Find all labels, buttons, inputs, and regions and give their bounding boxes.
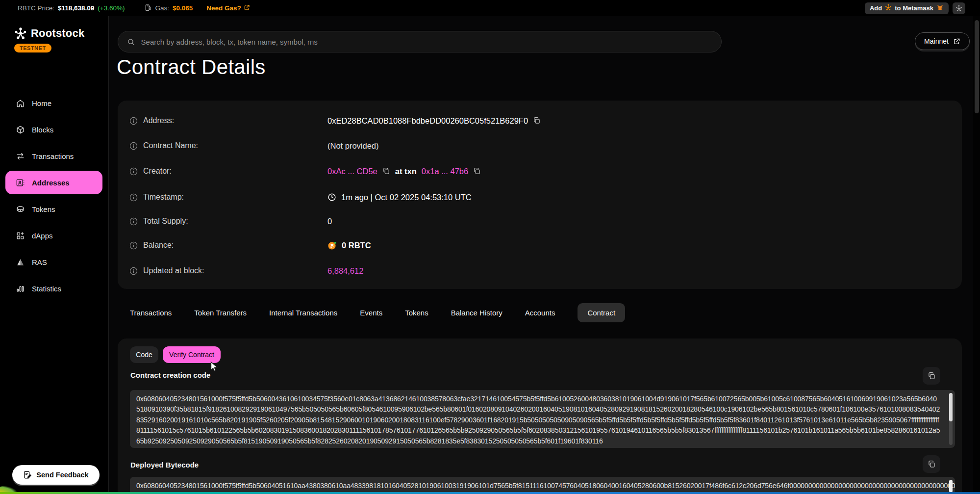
creation-code-box[interactable]: 0x608060405234801561000f575f5ffd5b506004… <box>130 390 955 448</box>
code-subtab-button[interactable]: Code <box>130 346 158 363</box>
info-icon <box>129 241 138 250</box>
creation-code-scrollbar[interactable] <box>949 393 953 445</box>
network-switch-button[interactable]: Mainnet <box>915 32 970 50</box>
creator-at-txn-text: at txn <box>395 167 417 176</box>
updated-block-link[interactable]: 6,884,612 <box>327 266 363 276</box>
copy-creator-icon[interactable] <box>382 167 390 175</box>
updated-block-label: Updated at block: <box>143 266 204 275</box>
detail-row-total-supply: Total Supply: 0 <box>129 213 950 230</box>
sidebar-item-label: Addresses <box>32 179 70 187</box>
sidebar-item-addresses[interactable]: Addresses <box>0 169 109 196</box>
brand-name: Rootstock <box>31 27 84 40</box>
metamask-button-suffix: to Metamask <box>895 4 933 12</box>
sidebar-item-statistics[interactable]: Statistics <box>0 275 109 302</box>
feedback-note-icon <box>23 470 32 479</box>
info-icon <box>129 117 138 125</box>
timestamp-label: Timestamp: <box>143 193 184 202</box>
external-link-icon <box>953 38 960 45</box>
statistics-icon <box>16 284 25 293</box>
creator-label: Creator: <box>143 167 172 176</box>
sidebar: Rootstock TESTNET Home Blocks Transactio… <box>0 16 109 494</box>
contract-code-panel: Code Verify Contract Contract creation c… <box>118 338 962 494</box>
gas-pump-icon <box>145 4 152 13</box>
total-supply-label: Total Supply: <box>143 217 188 226</box>
deployed-bytecode-box[interactable]: 0x608060405234801561000f575f5ffd5b506040… <box>130 477 955 494</box>
detail-row-address: Address: 0xED28BCAD0B1088FbdbeDD00260BC0… <box>129 112 950 129</box>
detail-row-balance: Balance: ₿ 0 RBTC <box>129 237 950 254</box>
detail-row-timestamp: Timestamp: 1m ago | Oct 02 2025 04:53:10… <box>129 189 950 206</box>
sidebar-item-transactions[interactable]: Transactions <box>0 143 109 169</box>
creator-txn-link[interactable]: 0x1a ... 47b6 <box>422 167 468 176</box>
deployed-bytecode-label: Deployed Bytecode <box>130 461 199 469</box>
bottom-decoration-strip <box>0 492 980 494</box>
info-icon <box>129 142 138 150</box>
detail-row-contract-name: Contract Name: (Not provided) <box>129 137 950 154</box>
search-input[interactable] <box>141 38 712 46</box>
tab-transactions[interactable]: Transactions <box>130 303 172 322</box>
creation-code-scroll-thumb[interactable] <box>949 393 953 421</box>
page-title: Contract Details <box>117 55 266 79</box>
creator-address-link[interactable]: 0xAc ... CD5e <box>327 167 377 176</box>
tab-tokens[interactable]: Tokens <box>405 303 428 322</box>
search-bar[interactable] <box>118 31 722 52</box>
add-to-metamask-button[interactable]: Add to Metamask <box>865 2 949 14</box>
page-scrollbar-thumb[interactable] <box>975 20 979 113</box>
external-link-icon <box>244 4 250 12</box>
copy-icon <box>928 460 936 468</box>
send-feedback-button[interactable]: Send Feedback <box>12 465 100 485</box>
search-icon <box>127 38 135 46</box>
rootstock-token-icon <box>885 4 892 12</box>
sidebar-item-label: Blocks <box>32 126 53 134</box>
rootstock-settings-button[interactable] <box>953 2 965 14</box>
gas-group: Gas: $0.065 <box>145 4 193 13</box>
sidebar-item-label: Tokens <box>32 205 55 213</box>
sidebar-item-ras[interactable]: RAS <box>0 249 109 275</box>
tab-events[interactable]: Events <box>360 303 382 322</box>
gas-price-value: $0.065 <box>173 4 193 12</box>
tab-contract[interactable]: Contract <box>578 303 625 322</box>
addresses-icon <box>16 178 25 187</box>
copy-deployed-bytecode-button[interactable] <box>923 455 940 473</box>
topbar-actions: Add to Metamask <box>865 2 965 14</box>
detail-row-updated-block: Updated at block: 6,884,612 <box>129 262 950 279</box>
tab-balance-history[interactable]: Balance History <box>451 303 503 322</box>
rbtc-price-group: RBTC Price: $118,638.09 (+3.60%) <box>18 4 125 12</box>
tab-internal-transactions[interactable]: Internal Transactions <box>269 303 337 322</box>
sidebar-item-label: Home <box>32 99 51 107</box>
address-label: Address: <box>143 116 174 125</box>
rbtc-price-value: $118,638.09 <box>58 4 94 12</box>
sidebar-item-blocks[interactable]: Blocks <box>0 116 109 143</box>
detail-row-creator: Creator: 0xAc ... CD5e at txn 0x1a ... 4… <box>129 163 950 180</box>
testnet-badge: TESTNET <box>14 44 51 52</box>
sidebar-item-dapps[interactable]: dApps <box>0 222 109 249</box>
send-feedback-label: Send Feedback <box>36 471 88 479</box>
contract-name-value: (Not provided) <box>327 141 379 151</box>
dapps-icon <box>16 231 25 240</box>
metamask-button-prefix: Add <box>870 4 882 12</box>
clock-icon <box>327 193 336 202</box>
metamask-fox-icon <box>936 4 944 12</box>
home-icon <box>16 99 25 108</box>
sidebar-nav: Home Blocks Transactions Addresses Token… <box>0 90 109 302</box>
copy-creation-code-button[interactable] <box>923 367 940 385</box>
deployed-bytecode-scroll-thumb[interactable] <box>949 480 953 493</box>
sidebar-item-tokens[interactable]: Tokens <box>0 196 109 222</box>
svg-text:₿: ₿ <box>330 243 334 248</box>
top-stats-bar: RBTC Price: $118,638.09 (+3.60%) Gas: $0… <box>0 0 980 16</box>
network-label: Mainnet <box>924 37 949 45</box>
total-supply-value: 0 <box>327 217 332 226</box>
copy-address-icon[interactable] <box>533 117 541 125</box>
verify-contract-button[interactable]: Verify Contract <box>163 346 221 363</box>
timestamp-value: 1m ago | Oct 02 2025 04:53:10 UTC <box>341 193 472 202</box>
blocks-icon <box>16 125 25 134</box>
page-scrollbar[interactable] <box>973 16 980 494</box>
info-icon <box>129 167 138 176</box>
tab-accounts[interactable]: Accounts <box>525 303 555 322</box>
sidebar-item-home[interactable]: Home <box>0 90 109 116</box>
address-tabs: Transactions Token Transfers Internal Tr… <box>130 303 625 322</box>
address-value: 0xED28BCAD0B1088FbdbeDD00260BC05f521B629… <box>327 116 528 126</box>
rootstock-logo[interactable]: Rootstock <box>14 27 84 40</box>
copy-txn-icon[interactable] <box>473 167 481 175</box>
tab-token-transfers[interactable]: Token Transfers <box>194 303 247 322</box>
need-gas-link[interactable]: Need Gas? <box>206 4 250 12</box>
